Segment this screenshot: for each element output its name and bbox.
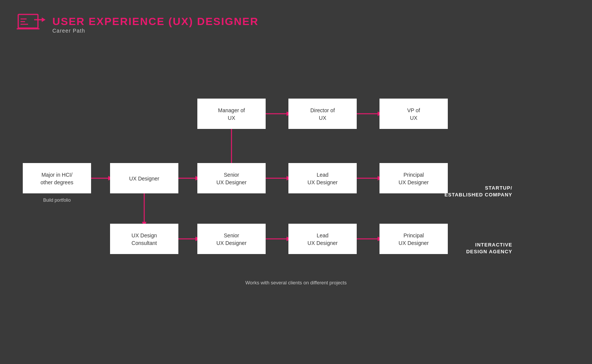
node-director-ux-line1: Director of: [310, 107, 335, 113]
node-ux-consultant-line1: UX Design: [132, 232, 157, 238]
node-major-line1: Major in HCI/: [41, 172, 72, 178]
node-lead-ux-bot-line1: Lead: [316, 232, 328, 238]
page-title: USER EXPERIENCE (UX) DESIGNER: [52, 16, 258, 28]
node-manager-ux-line2: UX: [228, 115, 235, 121]
svg-marker-6: [42, 17, 46, 22]
node-vp-ux-line1: VP of: [407, 107, 420, 113]
node-lead-ux-bot-line2: UX Designer: [307, 240, 338, 246]
node-ux-consultant: [110, 224, 178, 254]
node-director-ux-line2: UX: [319, 115, 326, 121]
node-senior-ux-bot: [197, 224, 266, 254]
startup-label-line1: STARTUP/: [485, 185, 512, 191]
node-senior-ux-mid-line2: UX Designer: [216, 179, 247, 185]
node-principal-ux-mid: [379, 163, 448, 193]
node-ux-consultant-line2: Consultant: [132, 240, 157, 246]
works-note: Works with several clients on different …: [246, 280, 347, 286]
node-manager-ux-line1: Manager of: [218, 107, 245, 113]
career-diagram: Manager of UX Director of UX VP of UX ST…: [0, 61, 592, 364]
node-lead-ux-mid-line2: UX Designer: [307, 179, 338, 185]
node-senior-ux-mid: [197, 163, 266, 193]
header: USER EXPERIENCE (UX) DESIGNER Career Pat…: [15, 11, 258, 38]
node-principal-ux-bot-line1: Principal: [403, 232, 424, 238]
node-lead-ux-mid: [288, 163, 357, 193]
node-principal-ux-bot-line2: UX Designer: [398, 240, 429, 246]
node-vp-ux-line2: UX: [410, 115, 417, 121]
node-major: [23, 163, 91, 193]
header-text: USER EXPERIENCE (UX) DESIGNER Career Pat…: [52, 16, 258, 34]
node-principal-ux-bot: [379, 224, 448, 254]
startup-label-line2: ESTABLISHED COMPANY: [444, 192, 512, 198]
node-director-ux: [288, 99, 357, 129]
node-lead-ux-bot: [288, 224, 357, 254]
agency-label-line2: DESIGN AGENCY: [466, 249, 512, 254]
build-portfolio-note: Build portfolio: [43, 198, 71, 203]
node-lead-ux-mid-line1: Lead: [316, 172, 328, 178]
node-senior-ux-bot-line1: Senior: [224, 232, 239, 238]
node-ux-designer-label: UX Designer: [129, 176, 159, 182]
agency-label-line1: INTERACTIVE: [475, 242, 512, 248]
node-senior-ux-bot-line2: UX Designer: [216, 240, 247, 246]
logo-icon: [15, 11, 46, 38]
node-senior-ux-mid-line1: Senior: [224, 172, 239, 178]
page-subtitle: Career Path: [52, 28, 258, 34]
node-major-line2: other degrees: [41, 179, 73, 185]
node-manager-ux: [197, 99, 266, 129]
node-principal-ux-mid-line2: UX Designer: [398, 179, 429, 185]
node-vp-ux: [379, 99, 448, 129]
node-principal-ux-mid-line1: Principal: [403, 172, 424, 178]
